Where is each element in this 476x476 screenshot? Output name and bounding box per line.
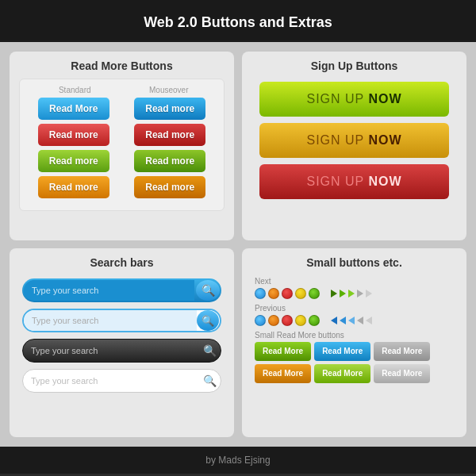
rm-orange-standard[interactable]: Read more [38, 176, 109, 198]
rm-green-standard[interactable]: Read more [38, 150, 109, 172]
previous-dots-row [255, 315, 454, 326]
signup-panel: Sign Up Buttons SIGN UP NOW SIGN UP NOW … [242, 52, 466, 240]
arrow-lt-gray-next[interactable] [366, 290, 372, 298]
dot-red-prev[interactable] [282, 315, 293, 326]
small-rm-orange[interactable]: Read More [255, 364, 311, 383]
rm-row-3: Read more Read more [28, 150, 216, 172]
dot-green-next[interactable] [309, 288, 320, 299]
signup-title: Sign Up Buttons [251, 60, 457, 72]
page-footer: by Mads Ejsing [0, 447, 476, 474]
rm-blue-hover[interactable]: Read more [134, 98, 205, 120]
small-rm-row-2: Read More Read More Read More [255, 364, 454, 383]
signup-yellow-label: SIGN UP [306, 133, 368, 148]
small-rm-lt-gray[interactable]: Read More [374, 364, 430, 383]
arrow-left-lt[interactable] [348, 317, 355, 324]
read-more-panel: Read More Buttons Standard Mouseover Rea… [10, 52, 234, 240]
search-panel: Search bars 🔍 🔍 🔍 🔍 [10, 248, 234, 437]
search-btn-dark[interactable]: 🔍 [198, 344, 221, 357]
arrow-green[interactable] [340, 290, 346, 298]
read-more-title: Read More Buttons [19, 60, 225, 72]
small-rm-blue[interactable]: Read More [314, 342, 370, 361]
rm-row-4: Read more Read more [28, 176, 216, 198]
page-header: Web 2.0 Buttons and Extras [0, 0, 476, 42]
small-buttons-title: Small buttons etc. [251, 256, 457, 269]
small-buttons-panel: Small buttons etc. Next Previous [242, 248, 466, 437]
search-bar-dark: 🔍 [22, 339, 221, 363]
search-input-blue-dark[interactable] [24, 280, 194, 301]
small-rm-green[interactable]: Read More [255, 342, 311, 361]
dot-orange-next[interactable] [268, 288, 279, 299]
signup-red-btn[interactable]: SIGN UP NOW [259, 164, 449, 199]
small-inner: Next Previous [251, 275, 457, 388]
dot-yellow-prev[interactable] [295, 315, 306, 326]
arrow-left-blue[interactable] [331, 317, 337, 324]
small-rm-lt-green[interactable]: Read More [314, 364, 370, 383]
search-btn-blue-dark[interactable]: 🔍 [196, 280, 220, 301]
search-btn-light[interactable]: 🔍 [197, 310, 219, 331]
signup-red-now: NOW [368, 175, 401, 189]
signup-green-label: SIGN UP [306, 92, 368, 106]
col-standard: Standard [39, 86, 110, 94]
rm-row-1: Read More Read more [28, 98, 216, 120]
rm-blue-standard[interactable]: Read More [38, 98, 109, 120]
dot-blue-next[interactable] [255, 288, 266, 299]
search-bar-light: 🔍 [22, 309, 221, 332]
signup-inner: SIGN UP NOW SIGN UP NOW SIGN UP NOW [251, 79, 457, 202]
arrow-lt-green[interactable] [348, 290, 355, 298]
next-dots-row [255, 288, 454, 299]
signup-green-btn[interactable]: SIGN UP NOW [259, 82, 449, 117]
previous-label: Previous [255, 304, 454, 313]
search-btn-plain[interactable]: 🔍 [198, 374, 221, 387]
search-bar-blue-dark: 🔍 [22, 278, 221, 302]
dot-yellow-next[interactable] [295, 288, 306, 299]
arrow-dk-green[interactable] [331, 290, 337, 298]
search-title: Search bars [19, 256, 225, 269]
dot-green-prev[interactable] [309, 315, 320, 326]
search-inner: 🔍 🔍 🔍 🔍 [19, 275, 225, 396]
main-grid: Read More Buttons Standard Mouseover Rea… [0, 42, 476, 447]
rm-orange-hover[interactable]: Read more [134, 176, 205, 198]
small-rm-row-1: Read More Read More Read More [255, 342, 454, 361]
dot-blue-prev[interactable] [255, 315, 266, 326]
signup-green-now: NOW [368, 92, 401, 106]
next-label: Next [255, 277, 454, 286]
arrow-left-lt-gray[interactable] [366, 317, 372, 324]
search-bar-plain: 🔍 [22, 369, 221, 393]
read-more-inner: Standard Mouseover Read More Read more R… [19, 79, 225, 211]
rm-green-hover[interactable]: Read more [134, 150, 205, 172]
rm-row-2: Read more Read more [28, 124, 216, 146]
small-rm-gray[interactable]: Read More [374, 342, 430, 361]
rm-red-hover[interactable]: Read more [134, 124, 205, 146]
dot-red-next[interactable] [282, 288, 293, 299]
search-input-light[interactable] [24, 310, 197, 331]
arrow-left-gray[interactable] [357, 317, 363, 324]
signup-red-label: SIGN UP [306, 175, 368, 189]
dot-orange-prev[interactable] [268, 315, 279, 326]
footer-text: by Mads Ejsing [205, 455, 270, 466]
page-title: Web 2.0 Buttons and Extras [144, 14, 332, 30]
col-mouseover: Mouseover [133, 86, 205, 94]
arrow-gray-next[interactable] [357, 290, 363, 298]
rm-column-headers: Standard Mouseover [28, 86, 216, 94]
search-input-dark[interactable] [23, 340, 198, 362]
arrow-left-blue2[interactable] [340, 317, 346, 324]
rm-red-standard[interactable]: Read more [38, 124, 109, 146]
signup-yellow-now: NOW [368, 133, 401, 148]
search-input-plain[interactable] [23, 370, 198, 392]
small-rm-label: Small Read More buttons [255, 331, 454, 340]
signup-yellow-btn[interactable]: SIGN UP NOW [259, 123, 449, 158]
